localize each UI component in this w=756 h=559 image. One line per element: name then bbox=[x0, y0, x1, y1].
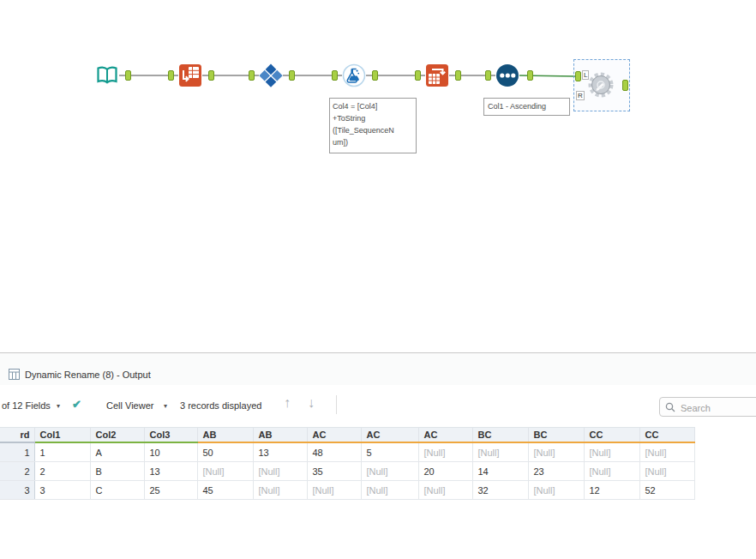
cell[interactable]: 52 bbox=[639, 481, 694, 500]
cell[interactable]: [Null] bbox=[639, 442, 694, 462]
cell[interactable]: 2 bbox=[34, 462, 90, 481]
chevron-down-icon[interactable]: ▾ bbox=[164, 402, 167, 410]
output-anchor[interactable] bbox=[527, 70, 533, 81]
cell[interactable]: 10 bbox=[144, 442, 197, 462]
tool-crosstab[interactable] bbox=[425, 63, 449, 87]
output-anchor[interactable] bbox=[455, 70, 461, 81]
left-input-label: L bbox=[582, 70, 589, 80]
cell[interactable]: 48 bbox=[307, 442, 361, 462]
sort-annotation-text: Col1 - Ascending bbox=[484, 99, 569, 115]
column-header-col1[interactable]: Col1 bbox=[34, 428, 90, 443]
input-anchor[interactable] bbox=[485, 70, 491, 81]
cell[interactable]: [Null] bbox=[253, 462, 307, 481]
cell[interactable]: [Null] bbox=[361, 462, 418, 481]
workflow-canvas[interactable]: L R Col4 = [Col4] +ToString ([Tile_Seque… bbox=[0, 0, 756, 352]
cell[interactable]: 25 bbox=[144, 481, 197, 500]
cell[interactable]: [Null] bbox=[307, 481, 361, 500]
results-panel: Dynamic Rename (8) - Output of 12 Fields… bbox=[0, 352, 756, 559]
tool-dynamic-rename[interactable] bbox=[588, 72, 614, 98]
record-number[interactable]: 2 bbox=[0, 462, 34, 481]
input-anchor[interactable] bbox=[168, 70, 174, 81]
arrow-up-icon[interactable]: ↑ bbox=[284, 395, 291, 411]
column-header-ab[interactable]: AB bbox=[253, 428, 307, 443]
input-anchor[interactable] bbox=[415, 70, 421, 81]
column-header-cc[interactable]: CC bbox=[639, 428, 694, 443]
tool-formula[interactable] bbox=[342, 63, 366, 87]
transpose-icon bbox=[178, 63, 202, 87]
table-row: 11A105013485[Null][Null][Null][Null][Nul… bbox=[0, 442, 694, 462]
column-header-ac[interactable]: AC bbox=[361, 428, 418, 443]
tile-icon bbox=[259, 63, 283, 87]
crosstab-icon bbox=[425, 63, 449, 87]
column-header-bc[interactable]: BC bbox=[472, 428, 528, 443]
table-row: 33C2545[Null][Null][Null][Null]32[Null]1… bbox=[0, 481, 694, 500]
arrow-down-icon[interactable]: ↓ bbox=[308, 395, 315, 411]
cell[interactable]: 32 bbox=[472, 481, 528, 500]
cell-viewer-dropdown[interactable]: Cell Viewer bbox=[106, 400, 153, 411]
column-header-col2[interactable]: Col2 bbox=[90, 428, 144, 443]
search-box bbox=[659, 397, 756, 417]
input-anchor-left[interactable] bbox=[575, 71, 581, 81]
cell[interactable]: [Null] bbox=[584, 442, 639, 462]
toolbar-separator bbox=[336, 395, 337, 414]
cell[interactable]: B bbox=[90, 462, 144, 481]
results-grid: rdCol1Col2Col3ABABACACACBCBCCCCC11A10501… bbox=[0, 427, 695, 500]
cell[interactable]: 45 bbox=[197, 481, 253, 500]
cell[interactable]: [Null] bbox=[472, 442, 528, 462]
record-number[interactable]: 3 bbox=[0, 481, 34, 500]
dynamic-rename-icon bbox=[588, 72, 614, 98]
cell[interactable]: 3 bbox=[34, 481, 90, 500]
cell[interactable]: [Null] bbox=[639, 462, 694, 481]
output-anchor[interactable] bbox=[289, 70, 295, 81]
cell[interactable]: [Null] bbox=[584, 462, 639, 481]
cell[interactable]: [Null] bbox=[418, 481, 472, 500]
cell[interactable]: [Null] bbox=[197, 462, 253, 481]
cell[interactable]: A bbox=[90, 442, 144, 462]
tool-transpose[interactable] bbox=[178, 63, 202, 87]
record-number[interactable]: 1 bbox=[0, 442, 34, 462]
input-anchor[interactable] bbox=[332, 70, 338, 81]
search-icon bbox=[665, 402, 675, 412]
record-column-header[interactable]: rd bbox=[0, 428, 34, 443]
cell[interactable]: 13 bbox=[144, 462, 197, 481]
column-header-bc[interactable]: BC bbox=[528, 428, 584, 443]
column-header-ac[interactable]: AC bbox=[418, 428, 472, 443]
cell[interactable]: [Null] bbox=[361, 481, 418, 500]
output-anchor[interactable] bbox=[372, 70, 378, 81]
tool-tile[interactable] bbox=[259, 63, 283, 87]
connection-lines bbox=[0, 0, 756, 352]
chevron-down-icon[interactable]: ▾ bbox=[57, 402, 60, 410]
input-anchor[interactable] bbox=[249, 70, 255, 81]
results-panel-title: Dynamic Rename (8) - Output bbox=[25, 370, 151, 380]
cell[interactable]: 35 bbox=[307, 462, 361, 481]
cell[interactable]: 14 bbox=[472, 462, 528, 481]
cell[interactable]: 1 bbox=[34, 442, 90, 462]
cell[interactable]: 50 bbox=[197, 442, 253, 462]
cell[interactable]: 12 bbox=[584, 481, 639, 500]
results-panel-header: Dynamic Rename (8) - Output bbox=[0, 353, 756, 385]
column-header-ac[interactable]: AC bbox=[307, 428, 361, 443]
formula-annotation[interactable]: Col4 = [Col4] +ToString ([Tile_SequenceN… bbox=[329, 98, 417, 153]
cell[interactable]: [Null] bbox=[528, 481, 584, 500]
sort-annotation[interactable]: Col1 - Ascending bbox=[483, 98, 570, 116]
output-anchor[interactable] bbox=[125, 70, 131, 81]
output-anchor[interactable] bbox=[622, 80, 628, 91]
formula-icon bbox=[342, 63, 366, 87]
output-anchor[interactable] bbox=[208, 70, 214, 81]
cell[interactable]: [Null] bbox=[528, 442, 584, 462]
column-header-ab[interactable]: AB bbox=[197, 428, 253, 443]
tool-input-data[interactable] bbox=[95, 63, 119, 87]
fields-dropdown[interactable]: of 12 Fields bbox=[2, 400, 51, 411]
cell[interactable]: 23 bbox=[528, 462, 584, 481]
cell[interactable]: [Null] bbox=[253, 481, 307, 500]
cell[interactable]: 20 bbox=[418, 462, 472, 481]
cell[interactable]: 5 bbox=[361, 442, 418, 462]
column-header-col3[interactable]: Col3 bbox=[144, 428, 197, 443]
cell[interactable]: C bbox=[90, 481, 144, 500]
cell[interactable]: 13 bbox=[253, 442, 307, 462]
tool-sort[interactable] bbox=[495, 63, 519, 87]
column-header-cc[interactable]: CC bbox=[584, 428, 639, 443]
table-row: 22B13[Null][Null]35[Null]201423[Null][Nu… bbox=[0, 462, 694, 481]
search-input[interactable] bbox=[679, 399, 756, 417]
cell[interactable]: [Null] bbox=[418, 442, 472, 462]
